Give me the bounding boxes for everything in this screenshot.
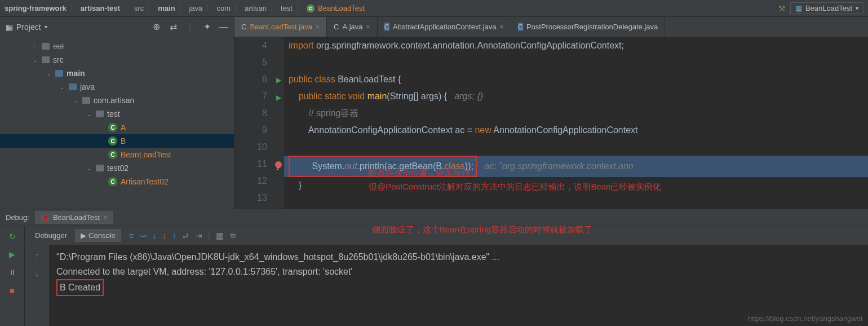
step-toolbar: ≡ ⤻ ↓ ↓ ↑ ⤾ ⇥ | ▦ ≋ (129, 231, 237, 241)
tab-abstractappcontext[interactable]: CAbstractApplicationContext.java× (378, 17, 511, 37)
toolbar-right: ⚒ ▦ BeanLoadTest ▾ (778, 2, 863, 14)
close-icon[interactable]: × (499, 23, 503, 31)
class-icon: C (334, 23, 339, 31)
editor-tabs: CBeanLoadTest.java× CA.java× CAbstractAp… (234, 17, 868, 37)
divider: | (185, 23, 194, 32)
bug-icon: 🐞 (41, 213, 50, 222)
class-icon: C (307, 5, 315, 12)
crumb-class[interactable]: BeanLoadTest (318, 4, 365, 12)
tree-test02[interactable]: ⌄test02 (0, 161, 234, 175)
close-icon[interactable]: × (366, 23, 370, 31)
class-icon: C (241, 23, 246, 31)
debug-body: ↻ ▶ ⏸ ■ Debugger ▶Console ≡ ⤻ ↓ ↓ ↑ ⤾ ⇥ … (0, 226, 868, 326)
debug-run-tab[interactable]: 🐞 BeanLoadTest × (35, 211, 113, 224)
crumb-artisan-test[interactable]: artisan-test (81, 4, 120, 12)
project-tree: 〉out ⌄src ⌄main ⌄java ⌄com.artisan ⌄test… (0, 37, 234, 209)
crumb-spring-framework[interactable]: spring-framework (5, 4, 67, 12)
annotation-1: 断点在这个位置，还未执行， (369, 168, 479, 179)
run-to-cursor-icon[interactable]: ⇥ (195, 231, 202, 241)
project-title: Project (16, 23, 41, 32)
console-tab[interactable]: ▶Console (75, 229, 121, 242)
tree-artisan-test02[interactable]: CArtisanTest02 (0, 175, 234, 188)
breadcrumb: spring-framework 〉 artisan-test 〉 src 〉 … (5, 3, 365, 14)
hide-icon[interactable]: — (219, 23, 228, 32)
console-line: Connected to the target VM, address: '12… (56, 265, 861, 279)
step-over-icon[interactable]: ⤻ (140, 231, 147, 241)
console-icon: ▶ (81, 231, 86, 240)
pause-icon[interactable]: ⏸ (6, 266, 19, 279)
tree-out[interactable]: 〉out (0, 39, 234, 53)
class-icon: C (518, 23, 523, 31)
chevron-down-icon[interactable]: ▾ (45, 24, 47, 30)
line-numbers: 45678910111213 (234, 37, 273, 209)
close-icon[interactable]: × (316, 23, 320, 31)
console-highlight: B Created (56, 279, 104, 296)
target-icon[interactable]: ⊕ (152, 23, 161, 32)
evaluate-icon[interactable]: ▦ (216, 231, 224, 241)
resume-icon[interactable]: ▶ (6, 248, 19, 261)
tree-src[interactable]: ⌄src (0, 53, 234, 67)
class-icon: C (384, 23, 389, 31)
step-out-icon[interactable]: ↑ (172, 231, 177, 241)
tree-class-b[interactable]: CB (0, 134, 234, 148)
main-row: ▦ Project ▾ ⊕ ⇄ | ✦ — 〉out ⌄src ⌄main ⌄j… (0, 17, 868, 209)
console-output[interactable]: "D:\Program Files (x86)\Java\OpenJDK8U-j… (50, 245, 868, 326)
editor-area: CBeanLoadTest.java× CA.java× CAbstractAp… (234, 17, 868, 209)
drop-frame-icon[interactable]: ⤾ (182, 231, 189, 241)
debug-label: Debug: (6, 213, 29, 222)
tree-class-a[interactable]: CA (0, 121, 234, 134)
tab-a[interactable]: CA.java× (327, 17, 378, 37)
crumb-artisan[interactable]: artisan (245, 4, 267, 12)
crumb-com[interactable]: com (216, 4, 231, 12)
run-config-selector[interactable]: ▦ BeanLoadTest ▾ (790, 2, 863, 14)
build-icon[interactable]: ⚒ (778, 4, 786, 13)
scroll-up-icon[interactable]: ↑ (30, 249, 44, 262)
scroll-down-icon[interactable]: ↓ (30, 267, 44, 280)
tree-test[interactable]: ⌄test (0, 107, 234, 121)
watermark: https://blog.csdn.net/yangshangwei (748, 314, 862, 323)
run-icon: ▦ (795, 4, 802, 12)
project-header: ▦ Project ▾ ⊕ ⇄ | ✦ — (0, 17, 234, 37)
console-line: "D:\Program Files (x86)\Java\OpenJDK8U-j… (56, 250, 861, 265)
debugger-tab[interactable]: Debugger (29, 229, 73, 242)
close-icon[interactable]: × (103, 213, 108, 222)
debug-left-toolbar: ↻ ▶ ⏸ ■ (0, 226, 25, 326)
gear-icon[interactable]: ✦ (202, 23, 211, 32)
annotation-3: 侧面验证了，这个Bean在spring容器启动的时候就被加载了 (372, 224, 592, 235)
tree-main[interactable]: ⌄main (0, 67, 234, 80)
code-editor[interactable]: 45678910111213 ▶▶ import org.springframe… (234, 37, 868, 209)
debug-header: Debug: 🐞 BeanLoadTest × (0, 209, 868, 226)
tree-pkg[interactable]: ⌄com.artisan (0, 94, 234, 107)
console-scroll-toolbar: ↑ ↓ (25, 245, 50, 326)
rerun-icon[interactable]: ↻ (6, 230, 19, 243)
show-exec-point-icon[interactable]: ≡ (129, 231, 134, 241)
stop-icon[interactable]: ■ (6, 284, 19, 297)
crumb-main[interactable]: main (158, 4, 175, 12)
tab-beanloadtest[interactable]: CBeanLoadTest.java× (234, 17, 327, 37)
gutter-icons: ▶▶ (273, 37, 284, 209)
run-config-name: BeanLoadTest (805, 4, 852, 12)
trace-icon[interactable]: ≋ (229, 231, 237, 241)
project-sidebar: ▦ Project ▾ ⊕ ⇄ | ✦ — 〉out ⌄src ⌄main ⌄j… (0, 17, 234, 209)
step-into-icon[interactable]: ↓ (153, 231, 157, 241)
tab-postprocessor[interactable]: CPostProcessorRegistrationDelegate.java (511, 17, 666, 37)
tree-java[interactable]: ⌄java (0, 80, 234, 94)
crumb-test[interactable]: test (281, 4, 293, 12)
debug-right: Debugger ▶Console ≡ ⤻ ↓ ↓ ↑ ⤾ ⇥ | ▦ ≋ ↑ (25, 226, 868, 326)
crumb-src[interactable]: src (134, 4, 144, 12)
chevron-down-icon: ▾ (856, 5, 858, 11)
project-tool-icon: ▦ (6, 23, 13, 32)
annotation-2: 但@PostConstruct注解对应的方法中的日志已经输出，说明Bean已经被… (369, 182, 661, 192)
top-bar: spring-framework 〉 artisan-test 〉 src 〉 … (0, 0, 868, 17)
tree-class-beanload[interactable]: CBeanLoadTest (0, 148, 234, 161)
console-body: ↑ ↓ "D:\Program Files (x86)\Java\OpenJDK… (25, 245, 868, 326)
crumb-java[interactable]: java (189, 4, 203, 12)
expand-icon[interactable]: ⇄ (169, 23, 178, 32)
force-step-into-icon[interactable]: ↓ (162, 231, 167, 241)
